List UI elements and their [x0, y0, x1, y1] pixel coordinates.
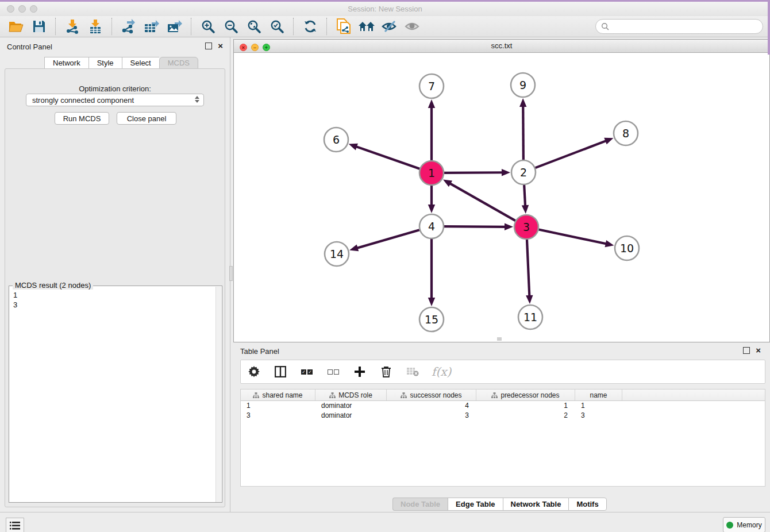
- cell-name[interactable]: 3: [575, 411, 622, 421]
- edge-4-14[interactable]: [357, 230, 419, 248]
- edge-arrowhead: [522, 205, 529, 214]
- edge-arrowhead: [428, 99, 435, 108]
- list-icon: [10, 522, 20, 530]
- cell-mcds-role[interactable]: dominator: [315, 411, 387, 421]
- network-close-button[interactable]: ×: [240, 44, 247, 51]
- close-table-panel-icon[interactable]: ×: [756, 348, 761, 353]
- column-header-shared-name[interactable]: shared name: [241, 390, 315, 400]
- tab-mcds[interactable]: MCDS: [159, 57, 198, 70]
- cell-shared-name[interactable]: 1: [241, 401, 315, 411]
- column-header-mcds-role[interactable]: MCDS role: [315, 390, 387, 400]
- edge-3-1[interactable]: [449, 183, 515, 221]
- table-row[interactable]: 3 dominator 3 2 3: [241, 411, 765, 421]
- memory-button[interactable]: Memory: [723, 517, 765, 532]
- first-neighbors-icon[interactable]: [358, 18, 375, 34]
- node-label-11: 11: [523, 311, 537, 323]
- search-input[interactable]: [595, 19, 763, 34]
- cell-successor-nodes[interactable]: 3: [387, 411, 476, 421]
- network-minimize-button[interactable]: −: [251, 44, 259, 51]
- cell-predecessor-nodes[interactable]: 1: [476, 401, 575, 411]
- column-header-predecessor-nodes[interactable]: predecessor nodes: [476, 390, 575, 400]
- close-window-button[interactable]: [7, 5, 14, 13]
- export-table-icon[interactable]: [143, 18, 160, 34]
- edge-2-8[interactable]: [536, 141, 607, 168]
- desktop-edge: [768, 2, 770, 55]
- close-panel-button[interactable]: Close panel: [117, 112, 176, 125]
- zoom-in-icon[interactable]: [199, 18, 217, 34]
- control-panel-title: Control Panel: [7, 43, 52, 51]
- import-network-icon[interactable]: [64, 18, 81, 34]
- show-all-icon[interactable]: [404, 18, 421, 34]
- toolbar-separator: [191, 18, 192, 35]
- panel-divider-grip[interactable]: [229, 266, 233, 281]
- tab-node-table[interactable]: Node Table: [392, 498, 448, 511]
- import-table-icon[interactable]: [87, 18, 104, 34]
- zoom-selected-icon[interactable]: [268, 18, 286, 34]
- export-network-icon[interactable]: [120, 18, 137, 34]
- show-column-panel-icon[interactable]: [273, 364, 288, 379]
- cell-shared-name[interactable]: 3: [241, 411, 315, 421]
- tab-network[interactable]: Network: [44, 57, 88, 70]
- edge-arrowhead: [428, 205, 435, 213]
- network-from-selection-icon[interactable]: [335, 18, 352, 34]
- traffic-lights[interactable]: [7, 5, 41, 14]
- table-settings-gear-icon[interactable]: [247, 364, 261, 379]
- network-canvas[interactable]: 7968124314101511: [234, 53, 769, 342]
- close-panel-icon[interactable]: ×: [218, 43, 223, 49]
- mcds-result-text[interactable]: 1 3: [13, 290, 17, 310]
- network-graph[interactable]: 7968124314101511: [234, 53, 769, 342]
- edge-arrowhead: [349, 244, 359, 251]
- network-zoom-button[interactable]: +: [263, 44, 270, 51]
- zoom-fit-icon[interactable]: [245, 18, 263, 34]
- app-window: Session: New Session: [0, 2, 770, 532]
- zoom-out-icon[interactable]: [222, 18, 240, 34]
- edge-1-6[interactable]: [356, 147, 419, 169]
- tab-select[interactable]: Select: [122, 57, 159, 70]
- canvas-scroll-grip[interactable]: [497, 337, 502, 341]
- edge-4-3[interactable]: [444, 226, 506, 227]
- node-label-8: 8: [622, 127, 629, 140]
- mcds-result-scrollbar[interactable]: [215, 287, 221, 502]
- save-session-icon[interactable]: [30, 18, 48, 34]
- float-panel-icon[interactable]: [205, 43, 212, 49]
- tab-motifs[interactable]: Motifs: [568, 498, 606, 511]
- edge-3-11[interactable]: [527, 240, 529, 296]
- cell-successor-nodes[interactable]: 4: [387, 401, 476, 411]
- minimize-window-button[interactable]: [18, 5, 26, 13]
- hide-selected-icon[interactable]: [381, 18, 398, 34]
- tab-style[interactable]: Style: [88, 57, 122, 70]
- cell-name[interactable]: 1: [575, 401, 622, 411]
- toolbar-separator: [55, 18, 56, 35]
- edge-2-3[interactable]: [524, 185, 525, 206]
- edge-2-9[interactable]: [523, 106, 523, 160]
- column-header-name[interactable]: name: [575, 390, 622, 400]
- open-file-icon[interactable]: [7, 18, 25, 34]
- table-panel-tabs: Node Table Edge Table Network Table Moti…: [392, 498, 607, 511]
- titlebar: Session: New Session: [0, 2, 770, 17]
- tab-edge-table[interactable]: Edge Table: [448, 498, 502, 511]
- node-table: shared name MCDS role successor nodes pr…: [240, 389, 765, 487]
- optimization-criterion-select[interactable]: strongly connected component: [26, 94, 204, 106]
- create-column-plus-icon[interactable]: [352, 364, 367, 379]
- select-all-rows-icon[interactable]: ✓✓: [299, 364, 314, 379]
- edge-arrowhead: [428, 298, 435, 306]
- run-mcds-button[interactable]: Run MCDS: [55, 112, 109, 125]
- control-panel-buttons: ×: [205, 43, 223, 49]
- task-history-button[interactable]: [6, 518, 24, 532]
- delete-column-trash-icon[interactable]: [379, 364, 394, 379]
- edge-1-2[interactable]: [444, 172, 503, 173]
- deselect-all-rows-icon[interactable]: [326, 364, 341, 379]
- mcds-result-box: MCDS result (2 nodes) 1 3: [9, 286, 222, 503]
- apply-layout-icon[interactable]: [302, 18, 319, 34]
- node-label-15: 15: [425, 313, 438, 326]
- cell-predecessor-nodes[interactable]: 2: [476, 411, 575, 421]
- tab-network-table[interactable]: Network Table: [503, 498, 569, 511]
- column-header-successor-nodes[interactable]: successor nodes: [387, 390, 476, 400]
- export-image-icon[interactable]: [166, 18, 183, 34]
- float-table-panel-icon[interactable]: [743, 347, 750, 354]
- edge-3-10[interactable]: [539, 230, 607, 244]
- table-row[interactable]: 1 dominator 4 1 1: [241, 401, 765, 411]
- control-panel: Control Panel × Network Style Select MCD…: [0, 37, 230, 512]
- zoom-window-button[interactable]: [30, 5, 37, 13]
- cell-mcds-role[interactable]: dominator: [315, 401, 387, 411]
